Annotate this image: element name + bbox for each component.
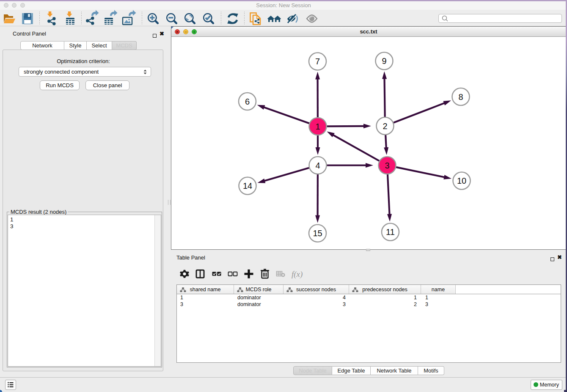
svg-text:6: 6 bbox=[245, 97, 250, 106]
svg-text:1: 1 bbox=[315, 122, 320, 131]
svg-text:8: 8 bbox=[458, 92, 463, 102]
svg-text:3: 3 bbox=[385, 161, 389, 170]
svg-text:14: 14 bbox=[243, 181, 252, 190]
svg-text:4: 4 bbox=[315, 161, 320, 170]
svg-text:15: 15 bbox=[313, 229, 322, 238]
svg-text:11: 11 bbox=[386, 227, 395, 237]
svg-text:9: 9 bbox=[382, 56, 386, 66]
svg-text:10: 10 bbox=[457, 176, 466, 185]
svg-text:7: 7 bbox=[315, 57, 320, 66]
svg-text:f(x): f(x) bbox=[292, 270, 303, 279]
svg-text:2: 2 bbox=[383, 121, 387, 131]
